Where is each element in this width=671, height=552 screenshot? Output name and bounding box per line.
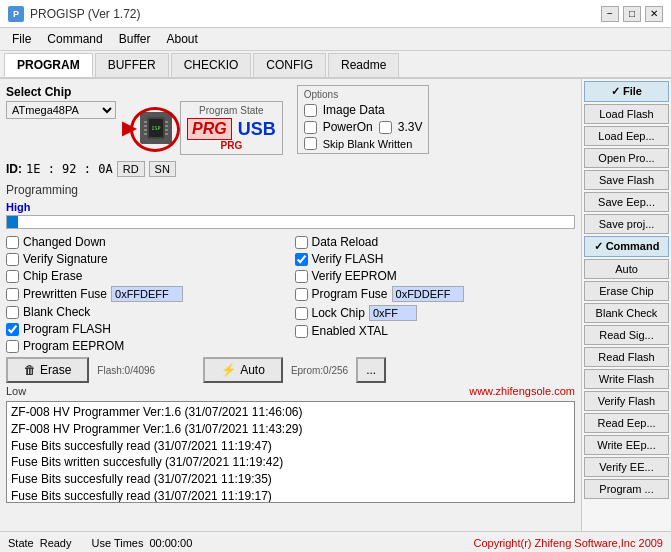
programming-label: Programming [6,183,575,197]
select-chip-label: Select Chip [6,85,116,99]
chip-select-dropdown[interactable]: ATmega48PA [6,101,116,119]
right-btn-load-eep[interactable]: Load Eep... [584,126,669,146]
menu-command[interactable]: Command [39,30,110,48]
program-eeprom-label: Program EEPROM [23,339,124,353]
tab-config[interactable]: CONFIG [253,53,326,77]
right-btn-verify-ee[interactable]: Verify EE... [584,457,669,477]
log-scroll[interactable]: ZF-008 HV Programmer Ver:1.6 (31/07/2021… [7,402,574,502]
poweron-checkbox[interactable] [304,121,317,134]
program-eeprom-checkbox[interactable] [6,340,19,353]
eprom-info-text: Eprom:0/256 [291,365,348,376]
prg-sub-text: PRG [221,140,243,151]
low-label: Low [6,385,26,397]
app-icon: P [8,6,24,22]
right-btn-load-flash[interactable]: Load Flash [584,104,669,124]
left-panel: Select Chip ATmega48PA ▶ [0,79,581,531]
lock-chip-input[interactable] [369,305,417,321]
right-btn-read-eep[interactable]: Read Eep... [584,413,669,433]
id-row: ID: 1E : 92 : 0A RD SN [6,161,575,177]
program-flash-label: Program FLASH [23,322,111,336]
close-button[interactable]: ✕ [645,6,663,22]
right-section-file: ✓ File [584,81,669,102]
program-fuse-input[interactable] [392,286,464,302]
tab-readme[interactable]: Readme [328,53,399,77]
enabled-xtal-checkbox[interactable] [295,325,308,338]
program-state-title: Program State [199,105,263,116]
right-btn-blank-check[interactable]: Blank Check [584,303,669,323]
state-indicator: ▶ I [122,101,291,155]
tab-program[interactable]: PROGRAM [4,53,93,77]
maximize-button[interactable]: □ [623,6,641,22]
right-btn-write-flash[interactable]: Write Flash [584,369,669,389]
bottom-buttons: 🗑 Erase Flash:0/4096 ⚡ Auto Eprom:0/256 … [6,357,575,383]
checkbox-program-eeprom: Program EEPROM [6,339,287,353]
right-btn-verify-flash[interactable]: Verify Flash [584,391,669,411]
right-btn-erase-chip[interactable]: Erase Chip [584,281,669,301]
verify-eeprom-checkbox[interactable] [295,270,308,283]
prewritten-fuse-checkbox[interactable] [6,288,19,301]
log-line-6: Fuse Bits succesfully read (31/07/2021 1… [11,488,570,502]
checkboxes-left: Changed Down Verify Signature Chip Erase… [6,235,287,353]
main-area: Select Chip ATmega48PA ▶ [0,79,671,531]
right-btn-read-sig[interactable]: Read Sig... [584,325,669,345]
right-btn-read-flash[interactable]: Read Flash [584,347,669,367]
program-fuse-checkbox[interactable] [295,288,308,301]
right-btn-auto[interactable]: Auto [584,259,669,279]
menu-file[interactable]: File [4,30,39,48]
right-btn-open-pro[interactable]: Open Pro... [584,148,669,168]
prewritten-fuse-label: Prewritten Fuse [23,287,107,301]
minimize-button[interactable]: − [601,6,619,22]
tab-buffer[interactable]: BUFFER [95,53,169,77]
progress-area: High [6,201,575,229]
checkbox-program-fuse: Program Fuse [295,286,576,302]
right-btn-save-eep[interactable]: Save Eep... [584,192,669,212]
changed-down-checkbox[interactable] [6,236,19,249]
checkbox-data-reload: Data Reload [295,235,576,249]
verify-sig-checkbox[interactable] [6,253,19,266]
chip-erase-checkbox[interactable] [6,270,19,283]
checkbox-verify-sig: Verify Signature [6,252,287,266]
right-btn-write-eep[interactable]: Write EEp... [584,435,669,455]
menu-about[interactable]: About [159,30,206,48]
prewritten-fuse-input[interactable] [111,286,183,302]
program-flash-checkbox[interactable] [6,323,19,336]
v33-checkbox[interactable] [379,121,392,134]
lock-chip-checkbox[interactable] [295,307,308,320]
tab-checkio[interactable]: CHECKIO [171,53,252,77]
auto-label: Auto [240,363,265,377]
sn-button[interactable]: SN [149,161,176,177]
erase-button[interactable]: 🗑 Erase [6,357,89,383]
verify-eeprom-label: Verify EEPROM [312,269,397,283]
menu-bar: File Command Buffer About [0,28,671,51]
right-btn-save-proj[interactable]: Save proj... [584,214,669,234]
menu-buffer[interactable]: Buffer [111,30,159,48]
right-btn-save-flash[interactable]: Save Flash [584,170,669,190]
more-button[interactable]: ... [356,357,386,383]
title-bar: P PROGISP (Ver 1.72) − □ ✕ [0,0,671,28]
blank-check-checkbox[interactable] [6,306,19,319]
data-reload-checkbox[interactable] [295,236,308,249]
title-bar-left: P PROGISP (Ver 1.72) [8,6,141,22]
rd-button[interactable]: RD [117,161,145,177]
checkbox-enabled-xtal: Enabled XTAL [295,324,576,338]
top-row: Select Chip ATmega48PA ▶ [6,85,575,155]
verify-sig-label: Verify Signature [23,252,108,266]
use-times-label: Use Times [91,537,143,549]
verify-flash-checkbox[interactable] [295,253,308,266]
select-chip-section: Select Chip ATmega48PA [6,85,116,119]
right-btn-program[interactable]: Program ... [584,479,669,499]
data-reload-label: Data Reload [312,235,379,249]
poweron-label: PowerOn [323,120,373,134]
skip-blank-checkbox[interactable] [304,137,317,150]
progress-bar-high-fill [7,216,18,228]
right-panel: ✓ File Load Flash Load Eep... Open Pro..… [581,79,671,531]
chip-icon-wrapper: ISP [140,112,172,144]
auto-button[interactable]: ⚡ Auto [203,357,283,383]
lock-chip-label: Lock Chip [312,306,365,320]
checkbox-chip-erase: Chip Erase [6,269,287,283]
flash-info-left: Flash:0/4096 [97,365,155,376]
image-data-checkbox[interactable] [304,104,317,117]
verify-flash-label: Verify FLASH [312,252,384,266]
high-label: High [6,201,575,213]
options-title: Options [304,89,423,100]
